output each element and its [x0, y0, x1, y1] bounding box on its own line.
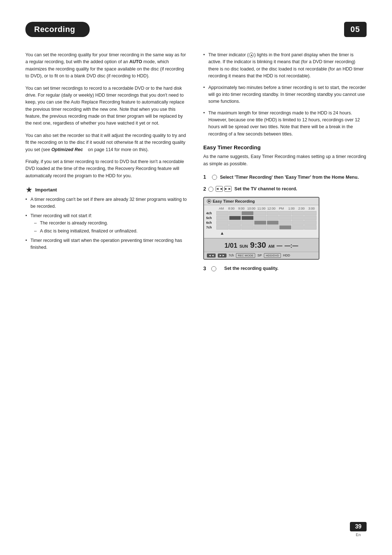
- rewind-icon: ◄◄: [216, 186, 223, 192]
- screen-end: —:—: [285, 243, 298, 249]
- slot-200: 2:00: [297, 207, 307, 210]
- screen-header-label: Easy Timer Recording: [213, 199, 255, 203]
- step-3-circle: [211, 266, 216, 271]
- cell-7-7: [292, 225, 304, 230]
- cell-4-3: [241, 211, 254, 215]
- easy-timer-desc: As the name suggests, Easy Timer Recordi…: [203, 153, 367, 167]
- page-number: 39: [350, 522, 367, 531]
- channel-5-label: 5ch: [206, 216, 216, 220]
- page-header: Recording 05: [25, 22, 367, 37]
- cell-4-4: [254, 211, 266, 215]
- chapter-title: Recording: [25, 22, 90, 37]
- cell-5-7: [292, 216, 304, 220]
- cell-7-4: [254, 225, 266, 230]
- fastforward-icon: ►►: [224, 186, 232, 192]
- step-2-text: Set the TV channel to record.: [234, 186, 297, 191]
- important-bullet-list: A timer recording can't be set if there …: [25, 196, 189, 251]
- cell-5-3: [241, 216, 254, 220]
- channel-4-row: 4ch: [206, 211, 317, 215]
- cell-5-8: [304, 216, 317, 220]
- screen-bottom-bar: ◄◄ ►► 7ch REC MODE SP HDD/DVD HDD: [204, 252, 319, 259]
- screen-hdddvd-btn: HDD/DVD: [264, 253, 281, 258]
- cell-5-1: [216, 216, 229, 220]
- optimized-rec-label: Optimized Rec: [52, 147, 83, 152]
- cell-5-2: [229, 216, 241, 220]
- timer-indicator-icon: [249, 53, 254, 57]
- left-para-2: You can set timer recordings to record t…: [25, 85, 189, 127]
- cell-4-1: [216, 211, 229, 215]
- important-bullet-1: A timer recording can't be set if there …: [25, 196, 189, 210]
- pm-label: PM: [277, 207, 287, 210]
- important-sub-1: The recorder is already recording.: [34, 220, 189, 227]
- step-1-content: Select 'Timer Recording' then 'Easy Time…: [220, 174, 367, 181]
- cell-4-8: [304, 211, 317, 215]
- channel-6-row: 6ch: [206, 220, 317, 225]
- cell-6-4: [254, 220, 266, 225]
- right-column: The timer indicator () lights in the fro…: [203, 52, 367, 271]
- important-sub-list: The recorder is already recording. A dis…: [34, 220, 189, 235]
- am-label: AM: [216, 207, 226, 210]
- easy-timer-title: Easy Timer Recording: [203, 144, 367, 150]
- right-bullet-1: The timer indicator () lights in the fro…: [203, 52, 367, 80]
- step-1-text: Select 'Timer Recording' then 'Easy Time…: [220, 175, 359, 180]
- step-2-icons: ◄◄ ►►: [216, 186, 232, 192]
- cell-6-8: [304, 220, 317, 225]
- cell-7-1: [216, 225, 229, 230]
- screen-play-icon: ▶: [207, 199, 211, 203]
- screen-grid-area: AM 8:00 9:00 10:00 11:00 12:00 PM 1:00 2…: [204, 205, 319, 238]
- step-3-number: 3: [203, 266, 206, 271]
- right-bullet-3: The maximum length for timer recordings …: [203, 110, 367, 138]
- cell-7-5: [267, 225, 279, 230]
- channel-5-cells: [216, 216, 317, 220]
- screen-btn-ff: ►►: [218, 254, 226, 258]
- screen-time-display: 1/01 SUN 9:30 AM — —:—: [204, 238, 319, 252]
- screen-btn-rr: ◄◄: [207, 254, 216, 258]
- channel-7-label: 7ch: [206, 226, 216, 229]
- important-icon: [25, 186, 33, 193]
- cell-5-5: [267, 216, 279, 220]
- slot-900: 9:00: [236, 207, 246, 210]
- step-3-text: Set the recording quality.: [224, 266, 278, 271]
- slot-1200: 12:00: [266, 207, 277, 210]
- channel-7-row: 7ch: [206, 225, 317, 230]
- left-para-1: You can set the recording quality for yo…: [25, 52, 189, 80]
- page-number-area: 39 En: [350, 522, 367, 537]
- page-container: Recording 05 You can set the recording q…: [0, 0, 392, 555]
- cell-7-6: [279, 225, 291, 230]
- screen-time: 9:30: [250, 240, 266, 250]
- auto-bold: AUTO: [129, 59, 142, 64]
- channel-4-label: 4ch: [206, 211, 216, 215]
- cell-6-7: [292, 220, 304, 225]
- left-para-3: You can also set the recorder so that it…: [25, 132, 189, 153]
- step-3-row: 3 Set the recording quality.: [203, 266, 367, 271]
- step-2-circle: [208, 187, 213, 192]
- cell-4-5: [267, 211, 279, 215]
- screen-header: ▶ Easy Timer Recording: [204, 198, 319, 205]
- right-bullet-list: The timer indicator () lights in the fro…: [203, 52, 367, 138]
- channel-5-row: 5ch: [206, 216, 317, 220]
- step-1-row: 1 Select 'Timer Recording' then 'Easy Ti…: [203, 174, 367, 181]
- step-1-number: 1: [203, 174, 209, 180]
- screen-grid-labels: AM 8:00 9:00 10:00 11:00 12:00 PM 1:00 2…: [206, 207, 317, 210]
- important-title: Important: [25, 186, 189, 193]
- cell-7-8: [304, 225, 317, 230]
- chapter-number: 05: [344, 22, 367, 37]
- cell-6-2: [229, 220, 241, 225]
- channel-6-cells: [216, 220, 317, 225]
- cell-4-6: [279, 211, 291, 215]
- channel-6-label: 6ch: [206, 221, 216, 224]
- screen-hdd-label: HDD: [283, 254, 290, 257]
- screen-mockup: ▶ Easy Timer Recording AM 8:00 9:00 10:0…: [203, 197, 319, 260]
- cell-4-7: [292, 211, 304, 215]
- cell-5-6: [279, 216, 291, 220]
- screen-ampm: AM: [268, 244, 274, 248]
- screen-ch-label: 7ch: [229, 254, 234, 257]
- screen-day: SUN: [240, 244, 248, 248]
- important-box: Important A timer recording can't be set…: [25, 186, 189, 251]
- slot-300: 3:00: [306, 207, 317, 210]
- step-1-circle: [212, 175, 217, 180]
- slot-1000: 10:00: [246, 207, 257, 210]
- cell-6-1: [216, 220, 229, 225]
- cell-4-2: [229, 211, 241, 215]
- screen-date: 1/01: [225, 242, 237, 250]
